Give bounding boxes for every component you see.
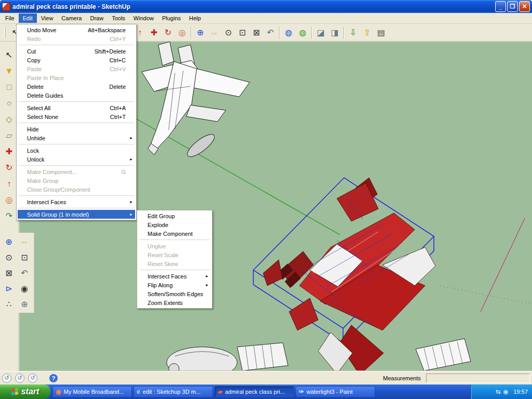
menu-item-flip-along[interactable]: Flip Along► (138, 281, 211, 289)
menubar-item-camera[interactable]: Camera (57, 14, 86, 23)
menu-item-copy[interactable]: CopyCtrl+C (18, 56, 135, 64)
windows-flag-icon (11, 388, 19, 395)
menu-item-label: Intersect Faces (27, 199, 66, 205)
previous-view-icon[interactable]: ↶ (17, 265, 32, 281)
menubar-item-window[interactable]: Window (129, 14, 158, 23)
menu-item-edit-group[interactable]: Edit Group (138, 211, 211, 220)
rectangle-icon[interactable]: □ (2, 79, 17, 95)
zoom-icon[interactable]: ⊙ (1, 249, 17, 265)
offset-icon[interactable]: ◎ (2, 192, 17, 208)
close-button[interactable]: ✕ (519, 1, 530, 12)
restore-button[interactable]: ❐ (507, 1, 518, 12)
move-icon[interactable]: ✚ (2, 143, 17, 159)
zoom-icon[interactable]: ⊙ (221, 25, 235, 39)
import-glyph: ⇩ (350, 28, 356, 37)
orbit-icon[interactable]: ⊕ (1, 234, 17, 249)
menu-item-intersect-faces[interactable]: Intersect Faces► (138, 272, 211, 281)
polygon-icon[interactable]: ◇ (2, 111, 17, 127)
taskbar-button-label: watertight3 - Paint (307, 389, 353, 395)
push-pull-glyph: ↑ (7, 179, 11, 189)
menu-item-select-all[interactable]: Select AllCtrl+A (18, 103, 135, 112)
menu-item-explode[interactable]: Explode (138, 220, 211, 229)
rotate-icon[interactable]: ↻ (161, 25, 175, 39)
menu-item-cut[interactable]: CutShift+Delete (18, 47, 135, 56)
export-icon[interactable]: ⇧ (360, 25, 374, 39)
pan-icon[interactable]: ⇔ (17, 234, 32, 249)
status-circle-1-icon[interactable]: ↺ (2, 374, 11, 383)
minimize-button[interactable]: _ (495, 1, 506, 12)
move-icon[interactable]: ✚ (147, 25, 161, 39)
menu-item-shortcut: Shift+Delete (95, 48, 134, 55)
section-plane-icon[interactable]: ◪ (314, 25, 328, 39)
taskbar-button-label: admiral peck class pri... (225, 389, 285, 395)
get-models-icon[interactable]: ◍ (282, 25, 296, 39)
menu-item-label: Delete (27, 84, 44, 90)
menu-item-label: Make Group (27, 178, 59, 184)
select-icon[interactable]: ↖ (2, 47, 17, 63)
menu-item-make-component[interactable]: Make Component (138, 229, 211, 238)
share-model-icon[interactable]: ◍ (296, 25, 310, 39)
zoom-window-icon[interactable]: ⊡ (17, 249, 32, 265)
taskbar-button-admiral-peck-class-pri[interactable]: ▰admiral peck class pri... (215, 386, 294, 397)
menubar-item-edit[interactable]: Edit (19, 14, 37, 23)
orbit-icon[interactable]: ⊕ (193, 25, 207, 39)
title-bar: admiral peck class printable - SketchUp … (0, 0, 532, 13)
paint-bucket-icon[interactable]: ▼ (2, 63, 17, 79)
help-icon[interactable]: ? (49, 374, 58, 382)
offset-icon[interactable]: ◎ (175, 25, 189, 39)
menu-item-redo: RedoCtrl+Y (18, 34, 135, 43)
look-around-icon[interactable]: ◉ (17, 281, 32, 296)
zoom-window-icon[interactable]: ⊡ (235, 25, 249, 39)
zoom-extents-icon[interactable]: ⊠ (1, 265, 17, 281)
field-of-view-icon[interactable]: ⊕ (17, 296, 32, 312)
measurements-box[interactable] (426, 374, 530, 383)
menu-item-select-none[interactable]: Select NoneCtrl+T (18, 112, 135, 121)
menubar-item-file[interactable]: File (1, 14, 19, 23)
push-pull-icon[interactable]: ↑ (2, 176, 17, 192)
previous-view-icon[interactable]: ↶ (263, 25, 277, 39)
menubar-item-tools[interactable]: Tools (108, 14, 129, 23)
menubar-item-help[interactable]: Help (185, 14, 205, 23)
taskbar-button-edit-sketchup-3d-m[interactable]: eedit : Sketchup 3D m... (134, 386, 213, 397)
menu-item-delete-guides[interactable]: Delete Guides (18, 91, 135, 100)
connection-icon[interactable]: ◉ (503, 388, 508, 395)
menubar-item-view[interactable]: View (37, 14, 58, 23)
internet-explorer-icon: e (137, 388, 140, 395)
menu-item-unlock[interactable]: Unlock► (18, 155, 135, 164)
menubar-item-plugins[interactable]: Plugins (158, 14, 185, 23)
pan-icon[interactable]: ⇔ (207, 25, 221, 39)
menu-item-hide[interactable]: Hide (18, 125, 135, 134)
menu-separator (19, 165, 134, 166)
position-camera-icon[interactable]: ⊳ (1, 281, 17, 296)
menu-item-soften-smooth-edges[interactable]: Soften/Smooth Edges (138, 289, 211, 298)
section-display-icon[interactable]: ◨ (328, 25, 342, 39)
status-circle-2-icon[interactable]: ↺ (15, 374, 24, 383)
follow-me-icon[interactable]: ↷ (2, 208, 17, 224)
toolbar-grip[interactable] (4, 27, 6, 38)
share-model-glyph: ◍ (299, 28, 307, 37)
network-icon[interactable]: ⇆ (496, 388, 501, 395)
taskbar-button-my-mobile-broadband[interactable]: ◉My Mobile Broadband... (52, 386, 132, 397)
menu-item-lock[interactable]: Lock (18, 146, 135, 155)
toolbar-separator (311, 26, 312, 39)
menu-item-delete[interactable]: DeleteDelete (18, 82, 135, 91)
eraser-icon[interactable]: ▱ (2, 127, 17, 143)
menu-item-zoom-extents[interactable]: Zoom Extents (138, 298, 211, 307)
menu-item-undo-move[interactable]: Undo MoveAlt+Backspace (18, 25, 135, 34)
print-icon[interactable]: ▤ (374, 25, 388, 39)
menu-item-unhide[interactable]: Unhide► (18, 134, 135, 142)
circle-icon[interactable]: ○ (2, 95, 17, 111)
taskbar-button-watertight3-paint[interactable]: ✑watertight3 - Paint (296, 386, 375, 397)
start-button[interactable]: start (0, 384, 50, 399)
import-icon[interactable]: ⇩ (346, 25, 360, 39)
get-models-glyph: ◍ (285, 28, 292, 37)
status-circle-3-icon[interactable]: ↺ (28, 374, 37, 383)
sketchup-window: admiral peck class printable - SketchUp … (0, 0, 532, 384)
rotate-icon[interactable]: ↻ (2, 159, 17, 176)
menubar-item-draw[interactable]: Draw (86, 14, 108, 23)
walk-icon[interactable]: ∴ (1, 296, 17, 312)
zoom-extents-icon[interactable]: ⊠ (249, 25, 263, 39)
menu-item-intersect-faces[interactable]: Intersect Faces► (18, 197, 135, 206)
menu-item-solid-group-1-in-model[interactable]: Solid Group (1 in model)► (18, 210, 135, 219)
menu-item-make-component: Make Component...G (18, 167, 135, 176)
